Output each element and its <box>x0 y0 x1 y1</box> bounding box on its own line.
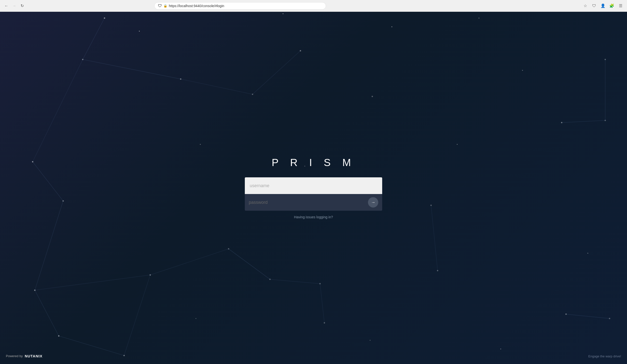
svg-point-50 <box>457 144 458 145</box>
password-input[interactable] <box>249 194 366 211</box>
svg-line-28 <box>35 201 63 290</box>
app-title: P R I S M <box>272 157 356 168</box>
svg-point-0 <box>104 17 105 19</box>
url-display: https://localhost:9440/console/#login <box>169 4 224 8</box>
svg-point-7 <box>62 200 64 202</box>
powered-by-text: Powered by <box>6 354 23 358</box>
svg-line-23 <box>83 18 104 60</box>
svg-point-5 <box>372 96 373 97</box>
svg-point-9 <box>150 274 151 275</box>
svg-point-10 <box>58 335 59 337</box>
svg-point-43 <box>139 31 140 32</box>
svg-line-35 <box>320 284 324 323</box>
star-icon[interactable]: ☆ <box>582 2 589 9</box>
svg-point-15 <box>324 322 325 323</box>
svg-point-17 <box>437 270 438 271</box>
login-form-container: P R I S M → Having issues logging in? <box>245 157 382 219</box>
svg-line-32 <box>150 249 229 275</box>
svg-point-54 <box>587 253 588 254</box>
svg-point-19 <box>605 120 606 121</box>
svg-line-39 <box>566 314 610 319</box>
lock-icon: 🔒 <box>163 4 167 8</box>
svg-point-53 <box>500 349 501 350</box>
arrow-icon: → <box>371 200 375 205</box>
nutanix-logo: NUTANIX <box>25 354 43 358</box>
help-link[interactable]: Having issues logging in? <box>294 215 333 219</box>
reload-button[interactable]: ↻ <box>19 2 26 9</box>
svg-line-41 <box>35 275 150 290</box>
submit-button[interactable]: → <box>368 197 378 208</box>
svg-line-36 <box>431 205 438 270</box>
svg-point-11 <box>123 355 125 356</box>
profile-icon[interactable]: 👤 <box>600 2 606 9</box>
svg-line-30 <box>59 336 124 356</box>
svg-point-6 <box>32 161 33 162</box>
svg-point-14 <box>319 283 321 284</box>
svg-point-13 <box>269 279 270 280</box>
password-row: → <box>245 194 382 211</box>
pocket-icon[interactable]: 🛡 <box>591 2 598 9</box>
footer-left: Powered by NUTANIX <box>6 354 43 358</box>
svg-point-2 <box>180 78 181 80</box>
svg-point-1 <box>82 59 83 60</box>
svg-line-42 <box>229 249 270 279</box>
svg-point-52 <box>370 340 371 341</box>
username-input[interactable] <box>245 177 382 194</box>
svg-point-12 <box>228 248 229 250</box>
svg-point-18 <box>561 122 562 123</box>
svg-point-48 <box>200 144 201 145</box>
nav-buttons: ← → ↻ <box>3 2 26 9</box>
forward-button[interactable]: → <box>11 2 18 9</box>
svg-line-25 <box>181 79 253 94</box>
svg-point-3 <box>252 94 253 95</box>
footer-right: Engage the warp drive! <box>588 355 621 358</box>
address-bar[interactable]: 🛡 🔒 https://localhost:9440/console/#logi… <box>154 2 326 9</box>
svg-point-4 <box>300 50 301 51</box>
svg-line-34 <box>270 279 320 284</box>
svg-line-37 <box>562 120 605 123</box>
shield-icon: 🛡 <box>158 4 162 8</box>
svg-line-40 <box>33 59 83 162</box>
svg-point-47 <box>522 70 523 71</box>
svg-point-45 <box>392 26 392 27</box>
menu-icon[interactable]: ☰ <box>617 2 624 9</box>
warp-drive-text: Engage the warp drive! <box>588 355 621 358</box>
svg-line-26 <box>253 51 301 95</box>
login-page: P R I S M → Having issues logging in? Po… <box>0 12 627 364</box>
svg-point-8 <box>34 289 35 291</box>
back-button[interactable]: ← <box>3 2 10 9</box>
svg-point-51 <box>196 318 197 319</box>
svg-line-31 <box>124 275 150 355</box>
svg-point-46 <box>479 18 479 19</box>
svg-point-20 <box>605 59 606 60</box>
browser-actions: ☆ 🛡 👤 🧩 ☰ <box>582 2 624 9</box>
svg-point-22 <box>609 318 610 319</box>
svg-line-27 <box>33 162 63 201</box>
svg-line-24 <box>83 59 181 79</box>
svg-point-21 <box>566 313 567 315</box>
svg-point-44 <box>283 13 284 14</box>
browser-chrome: ← → ↻ 🛡 🔒 https://localhost:9440/console… <box>0 0 627 12</box>
svg-point-16 <box>430 205 432 206</box>
svg-line-33 <box>229 249 270 279</box>
extensions-icon[interactable]: 🧩 <box>608 2 615 9</box>
svg-line-29 <box>35 290 59 336</box>
